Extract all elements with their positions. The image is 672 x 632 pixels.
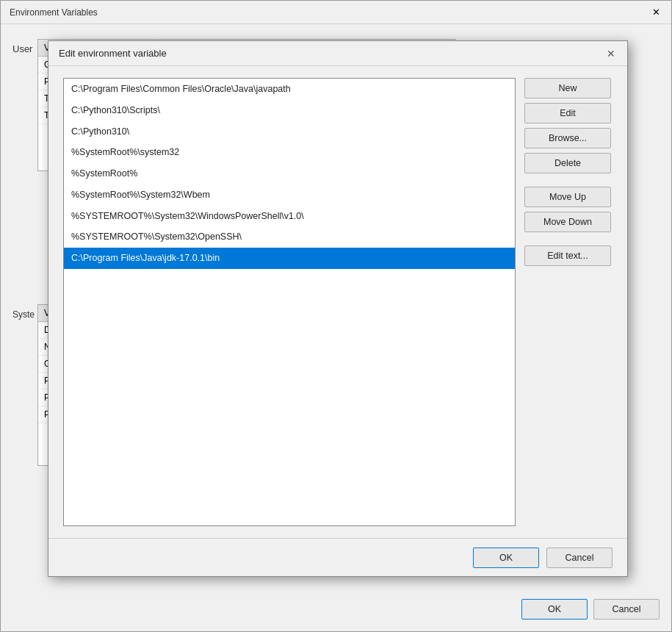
- dialog-title: Edit environment variable: [59, 48, 167, 59]
- move-up-button[interactable]: Move Up: [524, 187, 611, 207]
- list-item[interactable]: C:\Program Files\Common Files\Oracle\Jav…: [64, 79, 515, 100]
- bg-close-button[interactable]: ✕: [646, 3, 665, 22]
- action-buttons-panel: New Edit Browse... Delete Move Up Move D…: [524, 78, 613, 526]
- dialog-close-button[interactable]: ✕: [601, 43, 621, 64]
- bg-ok-button[interactable]: OK: [521, 599, 588, 620]
- move-down-button[interactable]: Move Down: [524, 212, 611, 232]
- list-item[interactable]: C:\Python310\: [64, 121, 515, 143]
- system-section-label: Syste: [12, 309, 35, 320]
- delete-button[interactable]: Delete: [524, 153, 611, 173]
- bg-bottom-buttons: OK Cancel: [521, 599, 660, 620]
- bg-titlebar: Environment Variables ✕: [1, 1, 671, 24]
- bg-cancel-button[interactable]: Cancel: [593, 599, 660, 620]
- button-spacer: [524, 178, 613, 182]
- list-item[interactable]: %SystemRoot%\system32: [64, 142, 515, 163]
- user-section-label: User: [12, 43, 32, 54]
- edit-text-button[interactable]: Edit text...: [524, 245, 611, 266]
- new-button[interactable]: New: [524, 78, 611, 98]
- cancel-button[interactable]: Cancel: [546, 547, 613, 568]
- edit-button[interactable]: Edit: [524, 103, 611, 123]
- bg-window-title: Environment Variables: [10, 7, 98, 18]
- list-item[interactable]: %SYSTEMROOT%\System32\OpenSSH\: [64, 226, 515, 248]
- list-item-selected[interactable]: C:\Program Files\Java\jdk-17.0.1\bin: [64, 248, 515, 269]
- list-item[interactable]: %SYSTEMROOT%\System32\WindowsPowerShell\…: [64, 206, 515, 227]
- path-list[interactable]: C:\Program Files\Common Files\Oracle\Jav…: [63, 78, 516, 526]
- browse-button[interactable]: Browse...: [524, 128, 611, 148]
- dialog-titlebar: Edit environment variable ✕: [48, 41, 627, 66]
- edit-env-var-dialog: Edit environment variable ✕ C:\Program F…: [48, 40, 628, 577]
- dialog-footer: OK Cancel: [48, 538, 627, 576]
- list-item[interactable]: %SystemRoot%: [64, 163, 515, 184]
- button-spacer-2: [524, 237, 613, 241]
- dialog-content: C:\Program Files\Common Files\Oracle\Jav…: [48, 66, 627, 538]
- ok-button[interactable]: OK: [473, 547, 539, 568]
- list-item[interactable]: %SystemRoot%\System32\Wbem: [64, 184, 515, 206]
- list-item[interactable]: C:\Python310\Scripts\: [64, 100, 515, 121]
